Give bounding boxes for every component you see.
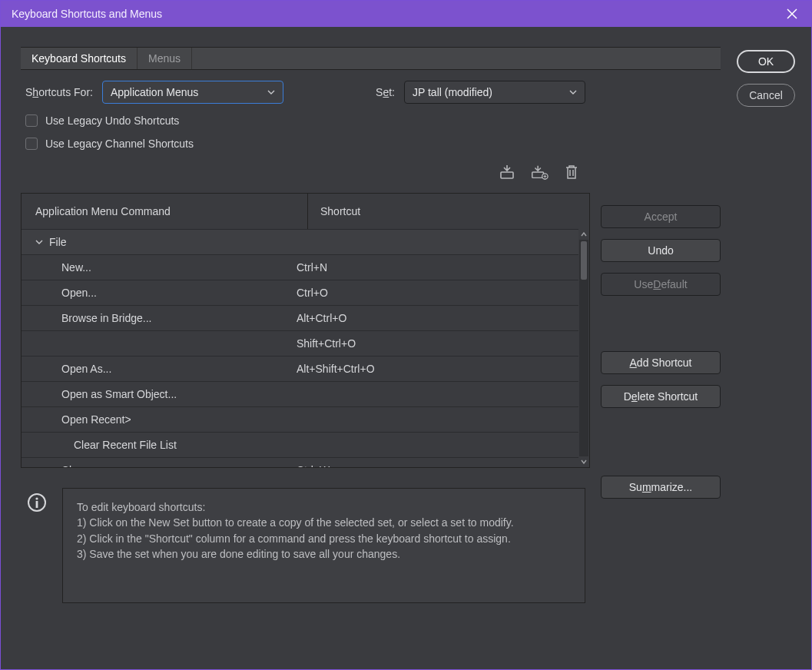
row-command-cell: Clear Recent File List	[22, 439, 293, 451]
info-line: 1) Click on the New Set button to create…	[77, 515, 571, 530]
row-shortcut-cell[interactable]: Alt+Ctrl+O	[293, 312, 578, 324]
tab-keyboard-shortcuts[interactable]: Keyboard Shortcuts	[21, 48, 138, 69]
set-select[interactable]: JP tall (modified)	[404, 81, 585, 104]
new-set-button[interactable]	[530, 164, 549, 181]
row-command-label: Browse in Bridge...	[61, 312, 152, 324]
svg-point-4	[35, 497, 38, 499]
dialog-window: Keyboard Shortcuts and Menus Keyboard Sh…	[0, 0, 812, 670]
row-command-label: New...	[61, 261, 91, 274]
delete-shortcut-button[interactable]: Delete Shortcut	[601, 385, 721, 408]
row-command-cell: Browse in Bridge...	[22, 312, 293, 324]
undo-button[interactable]: Undo	[601, 239, 721, 262]
info-line: 2) Click in the "Shortcut" column for a …	[77, 531, 571, 546]
svg-rect-5	[36, 501, 38, 508]
cancel-button[interactable]: Cancel	[737, 84, 795, 107]
table-group-row[interactable]: File	[22, 229, 578, 254]
scroll-up-icon[interactable]	[578, 229, 589, 240]
shortcuts-for-value: Application Menus	[111, 86, 198, 98]
legacy-channel-row[interactable]: Use Legacy Channel Shortcuts	[25, 138, 590, 150]
new-set-icon	[530, 164, 549, 180]
side-actions: Accept Undo Use Default Add Shortcut Del…	[601, 70, 721, 603]
close-icon	[787, 8, 797, 19]
table-body: FileNew...Ctrl+NOpen...Ctrl+OBrowse in B…	[22, 229, 589, 467]
info-icon	[25, 491, 48, 514]
summarize-button[interactable]: Summarize...	[601, 476, 721, 499]
table-row[interactable]: Open as Smart Object...	[22, 381, 578, 406]
checkbox-group: Use Legacy Undo Shortcuts Use Legacy Cha…	[21, 114, 590, 150]
main-column: Keyboard Shortcuts Menus Shortcuts For: …	[21, 47, 721, 649]
row-command-label: Close	[61, 464, 89, 467]
col-shortcut: Shortcut	[320, 205, 589, 217]
scroll-thumb[interactable]	[581, 241, 587, 280]
column-separator	[307, 194, 308, 229]
table-row[interactable]: Open Recent>	[22, 406, 578, 432]
tab-menus[interactable]: Menus	[138, 48, 192, 69]
row-shortcut-cell[interactable]: Ctrl+O	[293, 287, 578, 299]
row-command-cell: Open As...	[22, 363, 293, 375]
dialog-buttons: OK Cancel	[731, 47, 800, 649]
table-row[interactable]: Shift+Ctrl+O	[22, 330, 578, 356]
row-command-cell: New...	[22, 261, 293, 274]
table-header: Application Menu Command Shortcut	[22, 194, 589, 229]
set-value: JP tall (modified)	[413, 86, 492, 98]
scroll-down-icon[interactable]	[578, 456, 589, 467]
row-command-label: File	[49, 236, 67, 248]
chevron-down-icon	[569, 90, 577, 95]
row-command-cell: Open as Smart Object...	[22, 388, 293, 400]
set-action-icons	[21, 161, 590, 188]
content-area: Keyboard Shortcuts Menus Shortcuts For: …	[1, 27, 811, 669]
shortcuts-for-label: Shortcuts For:	[25, 86, 93, 98]
legacy-undo-row[interactable]: Use Legacy Undo Shortcuts	[25, 114, 590, 127]
row-command-cell: Open Recent>	[22, 413, 293, 426]
shortcuts-for-select[interactable]: Application Menus	[102, 81, 283, 104]
row-command-label: Clear Recent File List	[74, 439, 177, 451]
table-row[interactable]: Open...Ctrl+O	[22, 280, 578, 305]
shortcuts-table: Application Menu Command Shortcut FileNe…	[21, 193, 590, 468]
row-command-label: Open As...	[61, 363, 111, 375]
titlebar: Keyboard Shortcuts and Menus	[1, 1, 811, 27]
ok-button[interactable]: OK	[737, 50, 795, 73]
info-line: 3) Save the set when you are done editin…	[77, 546, 571, 562]
save-set-icon	[499, 164, 515, 180]
table-row[interactable]: CloseCtrl+W	[22, 457, 578, 467]
legacy-channel-label: Use Legacy Channel Shortcuts	[45, 138, 194, 150]
info-text: To edit keyboard shortcuts: 1) Click on …	[62, 488, 585, 603]
selector-row: Shortcuts For: Application Menus Set: JP…	[21, 81, 590, 104]
row-command-cell: File	[22, 236, 293, 248]
chevron-down-icon	[35, 240, 43, 244]
table-row[interactable]: Clear Recent File List	[22, 432, 578, 457]
row-command-label: Open as Smart Object...	[61, 388, 177, 400]
add-shortcut-button[interactable]: Add Shortcut	[601, 351, 721, 374]
svg-rect-0	[501, 172, 513, 178]
delete-set-button[interactable]	[562, 164, 581, 181]
accept-button[interactable]: Accept	[601, 205, 721, 228]
table-row[interactable]: New...Ctrl+N	[22, 254, 578, 280]
tab-bar: Keyboard Shortcuts Menus	[21, 47, 721, 70]
table-row[interactable]: Browse in Bridge...Alt+Ctrl+O	[22, 305, 578, 330]
checkbox-icon	[25, 114, 38, 127]
info-line: To edit keyboard shortcuts:	[77, 499, 571, 515]
row-command-cell: Open...	[22, 287, 293, 299]
row-shortcut-cell[interactable]: Ctrl+W	[293, 464, 578, 467]
set-label: Set:	[376, 86, 395, 98]
row-shortcut-cell[interactable]: Alt+Shift+Ctrl+O	[293, 363, 578, 375]
row-command-label: Open Recent>	[61, 413, 131, 426]
row-command-cell: Close	[22, 464, 293, 467]
col-command: Application Menu Command	[35, 205, 307, 217]
info-panel: To edit keyboard shortcuts: 1) Click on …	[21, 488, 590, 603]
chevron-down-icon	[267, 90, 275, 95]
checkbox-icon	[25, 138, 38, 150]
row-shortcut-cell[interactable]: Shift+Ctrl+O	[293, 337, 578, 350]
row-command-label: Open...	[61, 287, 97, 299]
table-row[interactable]: Open As...Alt+Shift+Ctrl+O	[22, 356, 578, 381]
use-default-button[interactable]: Use Default	[601, 273, 721, 296]
scroll-track[interactable]	[579, 240, 588, 456]
vertical-scrollbar[interactable]	[578, 229, 589, 467]
legacy-undo-label: Use Legacy Undo Shortcuts	[45, 114, 179, 127]
save-set-button[interactable]	[498, 164, 516, 181]
window-title: Keyboard Shortcuts and Menus	[12, 8, 162, 20]
trash-icon	[565, 164, 578, 180]
close-button[interactable]	[781, 2, 804, 25]
row-shortcut-cell[interactable]: Ctrl+N	[293, 261, 578, 274]
